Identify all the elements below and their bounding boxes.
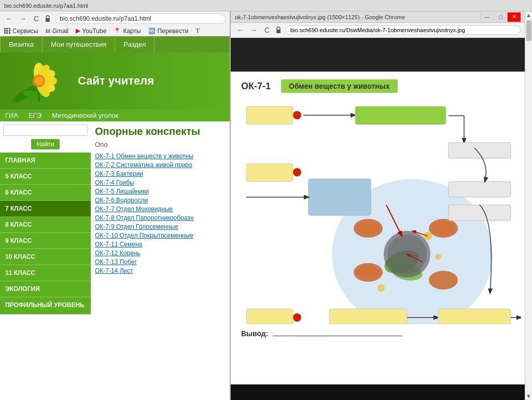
search-button[interactable]: Найти [31,139,59,149]
right-back-button[interactable]: ← [235,25,245,35]
right-browser-panel: ok-7-1obmenveshaestvujivotnyx.jpg (1500×… [231,11,525,400]
link-ok79[interactable]: ОК-7-9 Отдел Голосеменные [95,223,226,230]
link-ok713[interactable]: ОК-7-13 Побег [95,258,226,266]
left-title-bar: bio.sch690.edusite.ru/p7aa1.html [0,0,532,11]
svg-rect-35 [246,163,293,182]
svg-point-22 [357,222,380,235]
youtube-icon: ▶ [76,27,80,34]
sidebar-item-8klass[interactable]: 8 КЛАСС [0,217,91,233]
vyvod-underline [273,336,402,336]
main-content: Опорные конспекты Опо ОК-7-1 Обмен вещес… [91,121,230,400]
link-ok712[interactable]: ОК-7-12 Корень [95,250,226,257]
link-ok710[interactable]: ОК-7-10 Отдел Покрытосеменные [95,232,226,239]
sidebar-item-7klass[interactable]: 7 КЛАСС [0,201,91,217]
sidebar-item-ecology[interactable]: ЭКОЛОГИЯ [0,281,91,297]
site-header: Сайт учителя [0,52,230,109]
svg-point-27 [429,271,458,289]
subnav-ege[interactable]: ЕГЭ [29,112,41,119]
refresh-button[interactable]: C [31,13,41,24]
svg-rect-40 [449,205,511,220]
subnav-gia[interactable]: ГИА [5,112,18,119]
bookmark-translate[interactable]: 🔤 Перевести [148,27,189,35]
scroll-up-button[interactable]: ▲ [526,12,531,18]
content-title: Опорные конспекты [95,126,226,137]
svg-point-36 [293,168,301,176]
link-ok71[interactable]: ОК-7-1 Обмен веществ у животны [95,153,226,160]
doc-code: ОК-7-1 [241,81,271,92]
lock-icon [45,15,52,22]
link-ok75[interactable]: ОК-7-5 Лишайники [95,188,226,195]
sidebar-item-6klass[interactable]: 6 КЛАСС [0,185,91,201]
link-ok78[interactable]: ОК-7-8 Отдел Папоротникообразн [95,214,226,222]
right-lock-icon [275,26,283,34]
back-button[interactable]: ← [4,13,15,24]
left-sidebar: Найти ГЛАВНАЯ 5 КЛАСС 6 КЛАСС 7 КЛАСС 8 … [0,121,91,400]
left-browser-panel: ← → C Сервисы M [0,11,231,400]
close-button[interactable]: ✕ [507,12,521,22]
right-forward-button[interactable]: → [248,25,259,35]
right-title-bar: ok-7-1obmenveshaestvujivotnyx.jpg (1500×… [231,11,525,23]
bookmark-youtube[interactable]: ▶ YouTube [76,27,106,35]
right-scrollbar[interactable]: ▲ ▼ [525,11,532,400]
svg-point-31 [435,254,441,260]
vyvod-label: Вывод: [241,329,268,338]
maximize-button[interactable]: □ [494,12,507,22]
svg-rect-0 [46,18,50,22]
sidebar-item-5klass[interactable]: 5 КЛАСС [0,169,91,185]
bookmark-maps[interactable]: 📍 Карты [114,27,141,35]
link-ok76[interactable]: ОК-7-6 Водоросли [95,197,226,204]
link-ok72[interactable]: ОК-7-2 Систематика живой приро [95,161,226,169]
maps-icon: 📍 [114,27,121,34]
forward-button[interactable]: → [18,13,28,24]
svg-point-32 [377,284,385,292]
minimize-button[interactable]: ─ [480,12,494,22]
vyvod-line: Вывод: [241,329,514,338]
sidebar-item-11klass[interactable]: 11 КЛАСС [0,265,91,281]
svg-point-14 [293,111,301,119]
right-address-bar[interactable] [286,25,521,35]
image-black-bottom [231,384,525,400]
doc-header: ОК-7-1 Обмен веществ у животных [241,79,514,93]
bookmark-t[interactable]: T [195,27,200,35]
search-input[interactable] [3,125,88,136]
link-ok73[interactable]: ОК-7-3 Бактерии [95,170,226,177]
nav-vizitka[interactable]: Визитка [0,36,43,52]
sidebar-item-main[interactable]: ГЛАВНАЯ [0,153,91,169]
subnav-metod[interactable]: Методический уголок [52,112,118,119]
translate-icon: 🔤 [148,27,156,34]
doc-title-badge: Обмен веществ у животных [281,79,398,93]
left-title-text: bio.sch690.edusite.ru/p7aa1.html [4,3,88,9]
bookmarks-toolbar: Сервисы M Gmail ▶ YouTube 📍 Карты 🔤 Пере… [0,26,230,36]
svg-rect-13 [246,106,293,125]
apps-icon [4,28,10,34]
link-ok711[interactable]: ОК-7-11 Семена [95,241,226,248]
svg-rect-48 [438,309,511,324]
svg-rect-19 [449,143,511,158]
search-container [0,121,91,138]
left-address-bar[interactable] [55,13,226,24]
svg-rect-44 [246,309,293,324]
scroll-thumb[interactable] [526,20,531,41]
nav-travel[interactable]: Мои путешествия [43,36,115,52]
sidebar-item-profile[interactable]: ПРОФИЛЬНЫЙ УРОВЕНЬ [0,297,91,314]
bookmark-gmail[interactable]: M Gmail [46,27,69,35]
svg-point-26 [357,266,380,279]
sub-nav: ГИА ЕГЭ Методический уголок [0,109,230,121]
sidebar-item-10klass[interactable]: 10 КЛАСС [0,249,91,265]
bookmark-services[interactable]: Сервисы [4,27,38,35]
link-ok74[interactable]: ОК-7-4 Грибы [95,179,226,186]
svg-rect-16 [355,106,446,125]
right-refresh-button[interactable]: C [262,25,272,35]
link-ok714[interactable]: ОК-7-14 Лист [95,267,226,274]
svg-rect-37 [309,179,371,215]
image-black-top [231,38,525,72]
link-ok77[interactable]: ОК-7-7 Отдел Моховидные [95,205,226,213]
right-nav-bar: ← → C [231,23,525,38]
site-top-nav: Визитка Мои путешествия Раздел [0,36,230,52]
site-title: Сайт учителя [78,74,154,88]
scroll-down-button[interactable]: ▼ [526,393,531,399]
sidebar-item-9klass[interactable]: 9 КЛАСС [0,233,91,249]
svg-point-11 [35,77,43,85]
right-title-text: ok-7-1obmenveshaestvujivotnyx.jpg (1500×… [235,14,405,20]
nav-razdel[interactable]: Раздел [115,36,155,52]
